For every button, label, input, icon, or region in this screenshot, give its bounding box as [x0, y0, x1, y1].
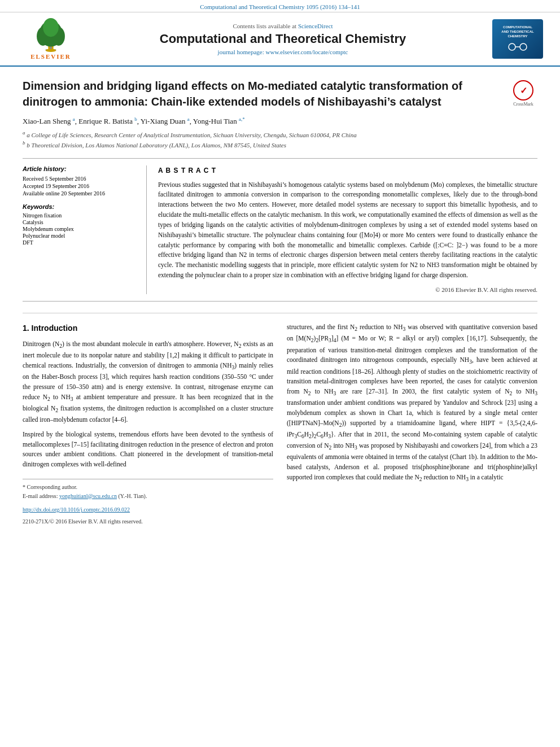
journal-title: Computational and Theoretical Chemistry: [85, 32, 481, 46]
svg-point-9: [520, 43, 527, 50]
intro-para-2: Inspired by the biological systems, trem…: [23, 430, 273, 470]
footnote-area: * Corresponding author. E-mail address: …: [23, 479, 273, 500]
elsevier-tree-icon: [28, 18, 73, 52]
intro-para-1: Dinitrogen (N2) is the most abundant mol…: [23, 339, 273, 425]
page: Computational and Theoretical Chemistry …: [0, 0, 560, 747]
elsevier-label: ELSEVIER: [30, 53, 71, 60]
doi-area: http://dx.doi.org/10.1016/j.comptc.2016.…: [23, 505, 273, 515]
article-title: Dimension and bridging ligand effects on…: [23, 78, 504, 110]
logo-box-text: COMPUTATIONALAND THEORETICALCHEMISTRY: [501, 25, 533, 38]
authors: Xiao-Lan Sheng a, Enrique R. Batista b, …: [23, 116, 537, 126]
received-date: Received 5 September 2016: [23, 176, 135, 182]
keyword-5: DFT: [23, 239, 135, 246]
journal-logo-box: COMPUTATIONALAND THEORETICALCHEMISTRY: [492, 19, 543, 59]
body-two-col: 1. Introduction Dinitrogen (N2) is the m…: [23, 322, 537, 526]
left-body-col: 1. Introduction Dinitrogen (N2) is the m…: [23, 322, 273, 526]
affiliation-a: a a College of Life Sciences, Research C…: [23, 129, 537, 139]
corresponding-note: * Corresponding author.: [23, 483, 273, 492]
affiliations: a a College of Life Sciences, Research C…: [23, 129, 537, 150]
copyright: © 2016 Elsevier B.V. All rights reserved…: [158, 285, 537, 295]
doi-link[interactable]: http://dx.doi.org/10.1016/j.comptc.2016.…: [23, 506, 130, 513]
journal-logo-right: COMPUTATIONALAND THEORETICALCHEMISTRY: [481, 19, 543, 59]
article-title-section: Dimension and bridging ligand effects on…: [23, 78, 537, 110]
introduction-heading: 1. Introduction: [23, 322, 273, 335]
journal-banner: Computational and Theoretical Chemistry …: [0, 0, 560, 12]
journal-homepage: journal homepage: www.elsevier.com/locat…: [85, 49, 481, 55]
abstract-column: A B S T R A C T Previous studies suggest…: [147, 165, 537, 295]
issn-line: 2210-271X/© 2016 Elsevier B.V. All right…: [23, 517, 273, 526]
accepted-date: Accepted 19 September 2016: [23, 183, 135, 189]
right-para-1: structures, and the first N2 reduction t…: [287, 322, 537, 484]
crossmark: ✓ CrossMark: [509, 80, 537, 107]
logo-icon: [506, 41, 529, 53]
abstract-text: Previous studies suggested that in Nishi…: [158, 180, 537, 281]
available-online-date: Available online 20 September 2016: [23, 190, 135, 196]
article-content: Dimension and bridging ligand effects on…: [0, 67, 560, 537]
sciencedirect-link: Contents lists available at ScienceDirec…: [85, 23, 481, 29]
keyword-1: Nitrogen fixation: [23, 212, 135, 219]
homepage-link[interactable]: journal homepage: www.elsevier.com/locat…: [218, 49, 348, 55]
journal-citation: Computational and Theoretical Chemistry …: [200, 3, 360, 10]
svg-point-8: [509, 43, 515, 50]
keyword-3: Molybdenum complex: [23, 226, 135, 232]
affiliation-b: b b Theoretical Division, Los Alamos Nat…: [23, 139, 537, 150]
article-info-column: Article history: Received 5 September 20…: [23, 165, 147, 295]
article-info-abstract: Article history: Received 5 September 20…: [23, 158, 537, 302]
keywords-section: Keywords: Nitrogen fixation Catalysis Mo…: [23, 203, 135, 246]
svg-point-7: [46, 49, 56, 52]
abstract-heading: A B S T R A C T: [158, 165, 537, 176]
keyword-4: Polynuclear model: [23, 233, 135, 239]
keywords-heading: Keywords:: [23, 203, 135, 210]
journal-header: ELSEVIER Contents lists available at Sci…: [0, 12, 560, 67]
right-body-col: structures, and the first N2 reduction t…: [287, 322, 537, 526]
keyword-2: Catalysis: [23, 219, 135, 225]
sciencedirect-anchor[interactable]: ScienceDirect: [298, 23, 333, 29]
email-note: E-mail address: yonghuitianl@scu.edu.cn …: [23, 492, 273, 501]
journal-center: Contents lists available at ScienceDirec…: [85, 23, 481, 55]
article-history-heading: Article history:: [23, 165, 135, 172]
elsevier-logo: ELSEVIER: [17, 18, 85, 60]
svg-point-4: [43, 18, 59, 37]
section-divider: [23, 313, 537, 313]
crossmark-icon: ✓: [513, 80, 533, 101]
crossmark-label: CrossMark: [513, 102, 533, 107]
